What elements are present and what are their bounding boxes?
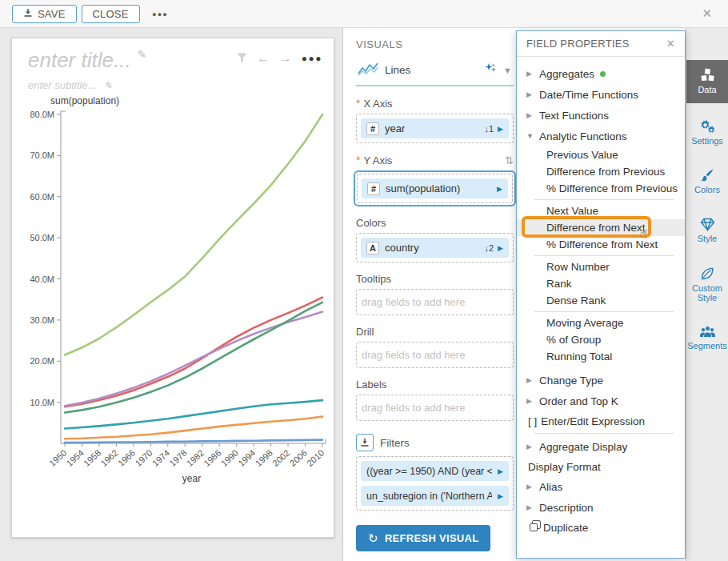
menu-item-display-format[interactable]: Display Format bbox=[517, 457, 685, 476]
field-menu-arrow-icon[interactable]: ▶ bbox=[498, 467, 503, 475]
tooltips-shelf[interactable]: drag fields to add here bbox=[356, 289, 514, 315]
menu-item-next-value[interactable]: Next Value bbox=[517, 202, 685, 219]
menu-item-analytic-functions[interactable]: ▼Analytic Functions bbox=[517, 126, 685, 146]
filters-shelf[interactable]: ((year >= 1950) AND (year <=...▶un_subre… bbox=[356, 456, 514, 511]
expand-arrow-icon[interactable]: ▶ bbox=[526, 443, 539, 451]
menu-item-date-time-functions[interactable]: ▶Date/Time Functions bbox=[517, 84, 685, 105]
menu-item-label: Dense Rank bbox=[546, 295, 606, 307]
menu-item-enter-edit-expression[interactable]: [ ]Enter/Edit Expression bbox=[517, 411, 685, 431]
menu-item-difference-from-next[interactable]: % Difference from Next bbox=[517, 236, 685, 253]
menu-item-difference-from-previous[interactable]: % Difference from Previous bbox=[517, 180, 685, 197]
brush-icon bbox=[700, 168, 714, 182]
filter-pill[interactable]: un_subregion in ('Northern Af...▶ bbox=[361, 486, 509, 506]
gem-icon bbox=[700, 218, 715, 231]
menu-item-duplicate[interactable]: Duplicate bbox=[517, 518, 685, 537]
x-tick-label: 1990 bbox=[219, 448, 240, 468]
swap-axes-icon[interactable]: ⇅ bbox=[505, 154, 514, 166]
more-options-icon[interactable]: ••• bbox=[153, 8, 169, 20]
sidebar-item-data[interactable]: Data bbox=[686, 60, 728, 103]
menu-divider bbox=[534, 199, 674, 200]
close-button-label: CLOSE bbox=[93, 8, 129, 20]
filter-pill[interactable]: ((year >= 1950) AND (year <=...▶ bbox=[361, 461, 509, 481]
popover-close-icon[interactable]: ✕ bbox=[666, 38, 675, 50]
menu-item-row-number[interactable]: Row Number bbox=[517, 258, 685, 275]
menu-item-label: Rank bbox=[546, 278, 572, 290]
colors-shelf[interactable]: A country ↓2 ▶ bbox=[356, 233, 514, 262]
field-pill-year[interactable]: # year ↓1 ▶ bbox=[361, 118, 509, 138]
y-tick-label: 70.0M bbox=[30, 150, 54, 160]
expand-arrow-icon[interactable]: ▶ bbox=[526, 90, 539, 98]
menu-item-order-and-top-k[interactable]: ▶Order and Top K bbox=[517, 391, 685, 411]
menu-item-rank[interactable]: Rank bbox=[517, 275, 685, 292]
expand-arrow-icon[interactable]: ▶ bbox=[526, 111, 539, 119]
sort-order-icon[interactable]: ↓1 bbox=[484, 124, 494, 134]
sidebar-item-colors[interactable]: Colors bbox=[686, 162, 728, 202]
sidebar-item-label: Settings bbox=[691, 136, 723, 146]
window-close-icon[interactable]: ✕ bbox=[702, 6, 712, 21]
expand-arrow-icon[interactable]: ▶ bbox=[526, 483, 539, 491]
active-aggregate-dot bbox=[600, 71, 606, 77]
line-chart-type-icon bbox=[358, 61, 378, 79]
sidebar-item-settings[interactable]: Settings bbox=[686, 113, 728, 153]
y-axis-shelf[interactable]: # sum(population) ▶ bbox=[357, 174, 513, 203]
x-axis-shelf[interactable]: # year ↓1 ▶ bbox=[356, 114, 514, 143]
forward-arrow-icon[interactable]: → bbox=[279, 52, 292, 65]
sparkles-icon[interactable] bbox=[484, 62, 497, 78]
menu-item-moving-average[interactable]: Moving Average bbox=[517, 315, 685, 331]
labels-shelf[interactable]: drag fields to add here bbox=[356, 395, 514, 421]
x-axis-shelf-label: * X Axis bbox=[356, 97, 514, 110]
sort-order-icon[interactable]: ↓2 bbox=[484, 243, 494, 253]
chevron-down-icon[interactable]: ▼ bbox=[503, 66, 512, 75]
import-filters-icon[interactable] bbox=[356, 434, 374, 451]
refresh-visual-button[interactable]: ↻ REFRESH VISUAL bbox=[356, 525, 490, 551]
back-arrow-icon[interactable]: ← bbox=[257, 52, 270, 65]
expand-arrow-icon[interactable]: ▶ bbox=[526, 503, 539, 511]
expand-arrow-icon[interactable]: ▶ bbox=[526, 70, 539, 78]
x-tick-label: 1974 bbox=[150, 448, 171, 468]
edit-subtitle-icon[interactable]: ✎ bbox=[104, 80, 112, 91]
sidebar-item-style[interactable]: Style bbox=[686, 211, 728, 250]
y-tick-label: 40.0M bbox=[30, 274, 54, 284]
sidebar-item-segments[interactable]: Segments bbox=[686, 319, 728, 358]
x-tick-label: 1954 bbox=[65, 448, 86, 468]
sidebar-item-label: Data bbox=[698, 85, 716, 95]
menu-item-aggregate-display[interactable]: ▶Aggregate Display bbox=[517, 436, 685, 457]
menu-item-label: Aggregate Display bbox=[539, 441, 627, 453]
visual-title-placeholder[interactable]: enter title... bbox=[28, 48, 131, 73]
menu-item-difference-from-previous[interactable]: Difference from Previous bbox=[517, 163, 685, 180]
collapse-arrow-icon[interactable]: ▼ bbox=[526, 132, 539, 140]
x-tick-label: 2010 bbox=[305, 448, 326, 468]
menu-item-text-functions[interactable]: ▶Text Functions bbox=[517, 105, 685, 126]
field-pill-sum-population[interactable]: # sum(population) ▶ bbox=[362, 178, 508, 198]
menu-item-aggregates[interactable]: ▶Aggregates bbox=[517, 63, 685, 84]
menu-item-dense-rank[interactable]: Dense Rank bbox=[517, 292, 685, 309]
menu-item-difference-from-next[interactable]: Difference from Next☝ bbox=[517, 219, 685, 236]
sidebar-item-custom-style[interactable]: Custom Style bbox=[686, 260, 728, 310]
menu-item-running-total[interactable]: Running Total bbox=[517, 348, 685, 365]
duplicate-icon bbox=[530, 523, 538, 531]
menu-item-of-group[interactable]: % of Group bbox=[517, 331, 685, 348]
expand-arrow-icon[interactable]: ▶ bbox=[526, 397, 539, 405]
drill-shelf[interactable]: drag fields to add here bbox=[356, 342, 514, 368]
field-menu-arrow-icon[interactable]: ▶ bbox=[498, 244, 503, 252]
edit-title-icon[interactable]: ✎ bbox=[138, 48, 147, 61]
save-button[interactable]: SAVE bbox=[12, 5, 77, 23]
menu-item-label: Moving Average bbox=[546, 317, 624, 329]
visual-more-icon[interactable]: ●●● bbox=[302, 53, 322, 64]
menu-item-description[interactable]: ▶Description bbox=[517, 497, 685, 518]
field-menu-arrow-icon[interactable]: ▶ bbox=[498, 492, 503, 500]
field-pill-country[interactable]: A country ↓2 ▶ bbox=[361, 238, 509, 258]
expand-arrow-icon[interactable]: ▶ bbox=[526, 376, 539, 384]
menu-item-label: % Difference from Previous bbox=[546, 182, 678, 194]
menu-item-change-type[interactable]: ▶Change Type bbox=[517, 370, 685, 391]
line-chart: sum(population)10.0M20.0M30.0M40.0M50.0M… bbox=[12, 94, 332, 495]
menu-item-label: Analytic Functions bbox=[539, 130, 627, 142]
menu-item-previous-value[interactable]: Previous Value bbox=[517, 146, 685, 163]
field-menu-arrow-icon[interactable]: ▶ bbox=[497, 185, 502, 193]
close-button[interactable]: CLOSE bbox=[82, 5, 140, 23]
field-menu-arrow-icon[interactable]: ▶ bbox=[498, 125, 503, 133]
menu-item-alias[interactable]: ▶Alias bbox=[517, 476, 685, 497]
visual-subtitle-placeholder[interactable]: enter subtitle... bbox=[28, 79, 96, 91]
visual-type-selector[interactable]: Lines ▼ bbox=[356, 58, 514, 86]
filter-funnel-icon[interactable] bbox=[237, 51, 247, 66]
